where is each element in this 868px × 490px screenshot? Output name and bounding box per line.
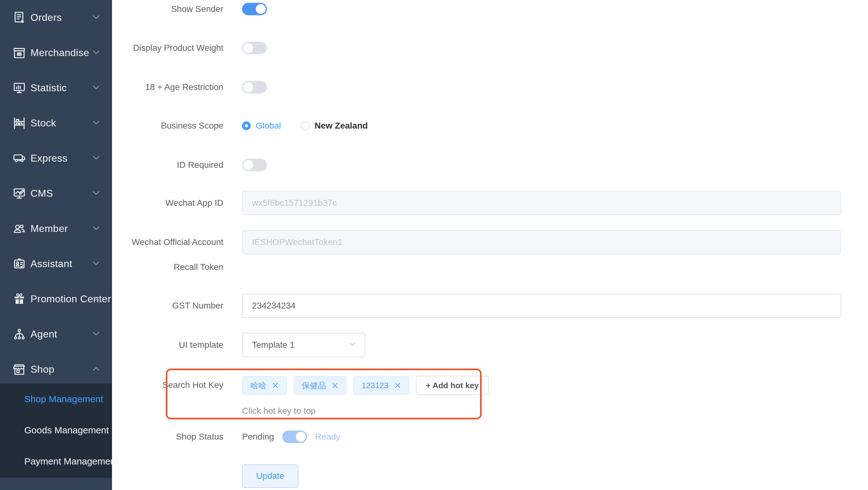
sidebar-item-label: CMS <box>30 188 53 199</box>
chevron-down-icon <box>348 340 357 350</box>
sidebar-item-assistant[interactable]: Assistant <box>0 246 112 282</box>
sidebar-item-shop-management[interactable]: Shop Management <box>0 383 112 415</box>
chevron-up-icon <box>91 364 101 375</box>
show-sender-toggle[interactable] <box>242 3 267 15</box>
show-sender-label: Show Sender <box>112 0 231 22</box>
sidebar-footer <box>0 478 112 490</box>
ui-template-select[interactable]: Template 1 <box>242 333 365 357</box>
form-row-wechat-recall-token: Wechat Official Account Recall Token <box>112 230 841 280</box>
radio-global[interactable]: Global <box>242 121 281 131</box>
sidebar-item-payment-management[interactable]: Payment Management <box>0 446 112 477</box>
chevron-down-icon <box>91 188 101 200</box>
shop-management-page: Orders Merchandise Statistic <box>0 0 868 490</box>
chevron-down-icon <box>91 152 101 164</box>
shop-submenu: Shop Management Goods Management Payment… <box>0 383 112 478</box>
age-restriction-toggle[interactable] <box>242 81 267 93</box>
shop-status-label: Shop Status <box>112 424 231 449</box>
radio-new-zealand[interactable]: New Zealand <box>301 121 368 131</box>
member-icon <box>12 221 27 236</box>
sidebar-item-express[interactable]: Express <box>0 141 112 176</box>
toggle-knob <box>243 160 253 170</box>
form-row-update: Update <box>112 464 841 488</box>
add-hot-key-button[interactable]: + Add hot key <box>416 376 489 395</box>
chevron-down-icon <box>91 223 101 235</box>
wechat-recall-token-label: Wechat Official Account Recall Token <box>112 230 231 280</box>
sidebar-item-label: Assistant <box>30 258 72 269</box>
shop-status-pending-text: Pending <box>242 432 274 442</box>
shop-icon <box>12 362 27 377</box>
radio-dot-icon <box>301 121 310 130</box>
sidebar: Orders Merchandise Statistic <box>0 0 112 490</box>
toggle-knob <box>256 4 266 14</box>
hot-key-tags: 哈哈 保健品 123123 <box>242 376 489 395</box>
stock-icon <box>12 116 27 131</box>
form-row-show-sender: Show Sender <box>112 0 841 22</box>
sidebar-item-shop[interactable]: Shop <box>0 352 112 387</box>
form-row-search-hot-key: Search Hot Key 哈哈 保健品 123123 <box>112 373 841 416</box>
display-product-weight-toggle[interactable] <box>242 42 267 54</box>
assistant-icon <box>12 257 27 271</box>
sidebar-item-label: Stock <box>30 117 56 129</box>
sidebar-item-label: Statistic <box>30 82 67 94</box>
sidebar-item-agent[interactable]: Agent <box>0 317 112 352</box>
radio-dot-icon <box>242 121 251 130</box>
sidebar-item-label: Member <box>30 223 68 234</box>
display-product-weight-label: Display Product Weight <box>112 35 231 60</box>
business-scope-radio-group: Global New Zealand <box>242 121 368 131</box>
form-row-age-restriction: 18 + Age Restriction <box>112 75 841 99</box>
agent-icon <box>12 327 27 342</box>
hot-key-tag[interactable]: 保健品 <box>294 376 347 395</box>
statistic-icon <box>12 81 27 95</box>
sidebar-item-label: Orders <box>30 12 62 23</box>
gst-number-label: GST Number <box>112 293 231 318</box>
hot-key-hint: Click hot key to top <box>242 406 316 416</box>
sidebar-item-label: Shop <box>30 364 55 375</box>
chevron-down-icon <box>91 117 101 129</box>
age-restriction-label: 18 + Age Restriction <box>112 75 231 99</box>
sidebar-item-promotion-center[interactable]: Promotion Center <box>0 282 112 317</box>
promotion-icon <box>12 292 27 307</box>
merchandise-icon <box>12 46 27 60</box>
hot-key-tag[interactable]: 123123 <box>353 376 409 395</box>
sidebar-item-label: Express <box>30 152 67 164</box>
form-row-ui-template: UI template Template 1 <box>112 333 841 357</box>
form-row-id-required: ID Required <box>112 152 841 177</box>
sidebar-item-orders[interactable]: Orders <box>0 0 112 35</box>
form-row-business-scope: Business Scope Global New Zealand <box>112 113 841 138</box>
update-button[interactable]: Update <box>242 464 298 488</box>
business-scope-label: Business Scope <box>112 113 231 138</box>
close-icon[interactable] <box>394 382 401 389</box>
sidebar-item-merchandise[interactable]: Merchandise <box>0 35 112 70</box>
chevron-down-icon <box>91 82 101 94</box>
chevron-down-icon <box>91 328 101 340</box>
sidebar-item-label: Agent <box>30 328 57 340</box>
sidebar-item-statistic[interactable]: Statistic <box>0 70 112 106</box>
close-icon[interactable] <box>332 382 339 389</box>
sidebar-item-goods-management[interactable]: Goods Management <box>0 415 112 446</box>
shop-status-ready-text: Ready <box>315 432 340 442</box>
orders-icon <box>12 10 27 25</box>
chevron-down-icon <box>91 258 101 270</box>
chevron-down-icon <box>91 293 101 305</box>
search-hot-key-label: Search Hot Key <box>112 373 231 398</box>
hot-key-tag[interactable]: 哈哈 <box>242 376 287 395</box>
wechat-recall-token-input[interactable] <box>242 230 841 254</box>
toggle-knob <box>296 432 306 442</box>
sidebar-item-cms[interactable]: CMS <box>0 176 112 211</box>
shop-status-toggle[interactable] <box>282 431 307 443</box>
form-row-wechat-app-id: Wechat App ID <box>112 191 841 215</box>
sidebar-item-label: Merchandise <box>30 47 89 59</box>
wechat-app-id-label: Wechat App ID <box>112 191 231 215</box>
form-row-display-product-weight: Display Product Weight <box>112 35 841 60</box>
gst-number-input[interactable] <box>242 294 841 318</box>
toggle-knob <box>243 43 253 53</box>
express-icon <box>12 151 27 166</box>
id-required-toggle[interactable] <box>242 159 267 171</box>
close-icon[interactable] <box>272 382 279 389</box>
chevron-down-icon <box>91 47 101 59</box>
sidebar-item-stock[interactable]: Stock <box>0 106 112 141</box>
id-required-label: ID Required <box>112 152 231 177</box>
sidebar-item-member[interactable]: Member <box>0 211 112 246</box>
wechat-app-id-input[interactable] <box>242 191 841 215</box>
ui-template-label: UI template <box>112 333 231 357</box>
